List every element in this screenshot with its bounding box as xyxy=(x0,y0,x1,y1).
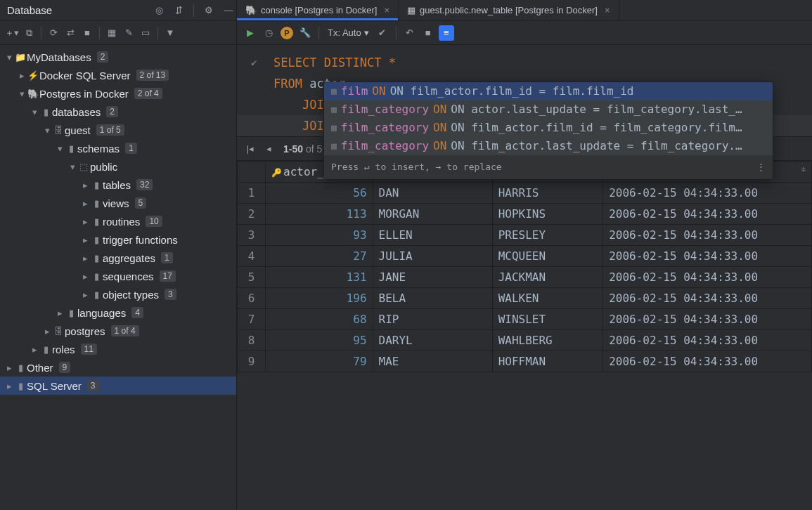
cell-first_name[interactable]: JANE xyxy=(373,267,492,288)
database-tree[interactable]: ▾📁 MyDatabases2▸⚡ Docker SQL Server2 of … xyxy=(0,45,236,510)
close-icon[interactable]: × xyxy=(605,5,610,15)
chevron-right-icon[interactable]: ▸ xyxy=(80,271,90,282)
cell-last_update[interactable]: 2006-02-15 04:34:33.00 xyxy=(603,225,812,246)
cell-last_name[interactable]: PRESLEY xyxy=(492,225,603,246)
tree-item-public[interactable]: ▾⬚ public xyxy=(0,157,236,176)
results-grid[interactable]: 🔑actor_id≑▯first_name≑▯last_name≑▯last_u… xyxy=(237,161,812,372)
stop-icon[interactable]: ■ xyxy=(79,25,95,41)
cell-last_name[interactable]: WINSLET xyxy=(492,309,603,330)
cell-first_name[interactable]: DAN xyxy=(373,183,492,204)
cell-last_name[interactable]: MCQUEEN xyxy=(492,246,603,267)
table-row[interactable]: 895DARYLWAHLBERG2006-02-15 04:34:33.00 xyxy=(238,330,812,351)
duplicate-icon[interactable]: ⧉ xyxy=(21,25,37,41)
cell-last_update[interactable]: 2006-02-15 04:34:33.00 xyxy=(603,351,812,372)
chevron-down-icon[interactable]: ▾ xyxy=(4,52,14,63)
table-icon[interactable]: ▦ xyxy=(104,25,120,41)
add-icon[interactable]: ＋▾ xyxy=(4,25,20,41)
rollback-icon[interactable]: ↶ xyxy=(402,25,418,41)
completion-item[interactable]: ▦film_category ON ON actor.last_update =… xyxy=(324,100,773,119)
edit-icon[interactable]: ✎ xyxy=(121,25,136,41)
cell-last_update[interactable]: 2006-02-15 04:34:33.00 xyxy=(603,288,812,309)
chevron-right-icon[interactable]: ▸ xyxy=(55,308,65,318)
cell-first_name[interactable]: BELA xyxy=(373,288,492,309)
chevron-down-icon[interactable]: ▾ xyxy=(17,89,27,99)
collapse-icon[interactable]: ⇵ xyxy=(171,3,186,18)
tree-item-object-types[interactable]: ▸▮ object types3 xyxy=(0,285,236,303)
sort-icon[interactable]: ≑ xyxy=(801,165,806,174)
chevron-right-icon[interactable]: ▸ xyxy=(80,235,90,245)
cell-last_name[interactable]: WAHLBERG xyxy=(492,330,603,351)
table-row[interactable]: 6196BELAWALKEN2006-02-15 04:34:33.00 xyxy=(238,288,812,309)
tree-item-SQL-Server[interactable]: ▸▮ SQL Server3 xyxy=(0,377,236,395)
tree-item-postgres[interactable]: ▸🗄 postgres1 of 4 xyxy=(0,322,236,340)
chevron-right-icon[interactable]: ▸ xyxy=(80,180,90,190)
tab-1[interactable]: ▦guest.public.new_table [Postgres in Doc… xyxy=(399,0,619,20)
cell-last_name[interactable]: JACKMAN xyxy=(492,267,603,288)
target-icon[interactable]: ◎ xyxy=(151,3,167,18)
chevron-right-icon[interactable]: ▸ xyxy=(42,326,52,336)
table-row[interactable]: 5131JANEJACKMAN2006-02-15 04:34:33.00 xyxy=(238,267,812,288)
table-row[interactable]: 156DANHARRIS2006-02-15 04:34:33.00 xyxy=(238,183,812,204)
tree-item-tables[interactable]: ▸▮ tables32 xyxy=(0,176,236,194)
commit-icon[interactable]: ✔ xyxy=(375,25,390,41)
chevron-down-icon[interactable]: ▾ xyxy=(67,162,77,172)
wrench-icon[interactable]: 🔧 xyxy=(297,25,313,41)
cell-actor_id[interactable]: 95 xyxy=(266,330,373,351)
chevron-down-icon[interactable]: ▾ xyxy=(42,125,52,136)
plan-icon[interactable]: P xyxy=(279,25,295,41)
tree-item-Postgres-in-Docker[interactable]: ▾🐘 Postgres in Docker2 of 4 xyxy=(0,84,236,103)
table-row[interactable]: 979MAEHOFFMAN2006-02-15 04:34:33.00 xyxy=(238,351,812,372)
prev-page-icon[interactable]: ◂ xyxy=(261,141,276,157)
cell-last_name[interactable]: HOFFMAN xyxy=(492,351,603,372)
chevron-right-icon[interactable]: ▸ xyxy=(80,198,90,209)
settings-icon[interactable]: ⚙ xyxy=(201,3,217,18)
console-icon[interactable]: ▭ xyxy=(138,25,153,41)
tree-item-trigger-functions[interactable]: ▸▮ trigger functions xyxy=(0,230,236,249)
tree-item-MyDatabases[interactable]: ▾📁 MyDatabases2 xyxy=(0,48,236,66)
tab-0[interactable]: 🐘console [Postgres in Docker]× xyxy=(237,0,399,20)
completion-item[interactable]: ▦film ON ON film_actor.film_id = film.fi… xyxy=(324,82,773,100)
tree-item-schemas[interactable]: ▾▮ schemas1 xyxy=(0,139,236,157)
cell-actor_id[interactable]: 196 xyxy=(266,288,373,309)
tree-item-languages[interactable]: ▸▮ languages4 xyxy=(0,303,236,322)
tree-item-aggregates[interactable]: ▸▮ aggregates1 xyxy=(0,249,236,267)
table-row[interactable]: 768RIPWINSLET2006-02-15 04:34:33.00 xyxy=(238,309,812,330)
cell-first_name[interactable]: ELLEN xyxy=(373,225,492,246)
tree-item-Docker-SQL-Server[interactable]: ▸⚡ Docker SQL Server2 of 13 xyxy=(0,66,236,84)
filter-icon[interactable]: ▼ xyxy=(162,25,178,41)
table-row[interactable]: 393ELLENPRESLEY2006-02-15 04:34:33.00 xyxy=(238,225,812,246)
chevron-down-icon[interactable]: ▾ xyxy=(30,107,39,117)
completion-item[interactable]: ▦film_category ON ON film_actor.last_upd… xyxy=(324,137,773,155)
inlay-toggle-icon[interactable]: ≡ xyxy=(439,25,454,41)
refresh-icon[interactable]: ⟳ xyxy=(46,25,61,41)
tree-item-roles[interactable]: ▸▮ roles11 xyxy=(0,340,236,358)
chevron-right-icon[interactable]: ▸ xyxy=(80,216,90,227)
cell-last_name[interactable]: HOPKINS xyxy=(492,204,603,225)
cell-last_update[interactable]: 2006-02-15 04:34:33.00 xyxy=(603,330,812,351)
chevron-right-icon[interactable]: ▸ xyxy=(80,253,90,263)
cell-first_name[interactable]: MAE xyxy=(373,351,492,372)
cell-last_update[interactable]: 2006-02-15 04:34:33.00 xyxy=(603,204,812,225)
chevron-right-icon[interactable]: ▸ xyxy=(80,289,90,300)
run-icon[interactable]: ▶ xyxy=(243,25,258,41)
chevron-right-icon[interactable]: ▸ xyxy=(4,381,14,391)
cell-actor_id[interactable]: 79 xyxy=(266,351,373,372)
cell-last_update[interactable]: 2006-02-15 04:34:33.00 xyxy=(603,246,812,267)
tree-item-routines[interactable]: ▸▮ routines10 xyxy=(0,212,236,230)
minimize-icon[interactable]: — xyxy=(221,3,236,18)
chevron-down-icon[interactable]: ▾ xyxy=(55,143,65,154)
chevron-right-icon[interactable]: ▸ xyxy=(4,362,14,373)
cell-actor_id[interactable]: 93 xyxy=(266,225,373,246)
table-row[interactable]: 2113MORGANHOPKINS2006-02-15 04:34:33.00 xyxy=(238,204,812,225)
cell-actor_id[interactable]: 56 xyxy=(266,183,373,204)
cell-last_update[interactable]: 2006-02-15 04:34:33.00 xyxy=(603,267,812,288)
cell-first_name[interactable]: JULIA xyxy=(373,246,492,267)
cell-actor_id[interactable]: 113 xyxy=(266,204,373,225)
tx-mode[interactable]: Tx: Auto ▾ xyxy=(328,27,369,38)
history-icon[interactable]: ◷ xyxy=(261,25,276,41)
tree-item-databases[interactable]: ▾▮ databases2 xyxy=(0,103,236,121)
chevron-right-icon[interactable]: ▸ xyxy=(17,70,27,81)
completion-popup[interactable]: ▦film ON ON film_actor.film_id = film.fi… xyxy=(323,81,773,180)
close-icon[interactable]: × xyxy=(384,5,389,15)
cell-first_name[interactable]: DARYL xyxy=(373,330,492,351)
